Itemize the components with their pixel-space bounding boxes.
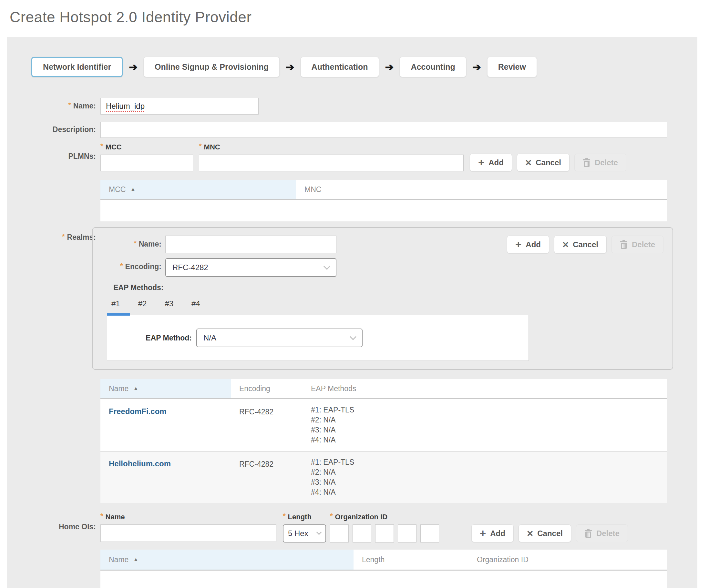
realms-label: *Realms: (31, 227, 96, 503)
mnc-input[interactable] (199, 155, 464, 171)
realms-table: Name ▲ Encoding EAP Methods FreedomFi.co… (100, 379, 667, 503)
realm-link[interactable]: Hellohelium.com (109, 459, 171, 468)
name-input[interactable]: Helium_idp (100, 98, 259, 114)
plus-icon: + (478, 157, 484, 168)
plmn-cancel-button[interactable]: ×Cancel (517, 154, 570, 171)
realm-cancel-button[interactable]: ×Cancel (554, 236, 607, 253)
org-id-box-4[interactable] (398, 525, 417, 542)
home-ois-table-header-org[interactable]: Organization ID (469, 550, 667, 570)
x-icon: × (562, 239, 569, 250)
x-icon: × (527, 528, 533, 539)
realm-eap-cell: #1: EAP-TLS #2: N/A #3: N/A #4: N/A (303, 405, 667, 445)
organization-id-inputs (330, 525, 439, 542)
name-label: *Name: (31, 98, 96, 114)
sort-asc-icon: ▲ (133, 556, 138, 563)
eap-tab-1[interactable]: #1 (111, 299, 120, 310)
wizard-arrow-icon: ➔ (472, 62, 481, 72)
eap-tab-3[interactable]: #3 (165, 299, 174, 310)
eap-method-tab-panel: EAP Method: N/A (107, 315, 529, 361)
plmn-table: MCC ▲ MNC (100, 180, 667, 221)
home-ois-label: Home OIs: (31, 513, 96, 588)
table-row: FreedomFi.com RFC-4282 #1: EAP-TLS #2: N… (100, 399, 667, 451)
table-row: Hellohelium.com RFC-4282 #1: EAP-TLS #2:… (100, 451, 667, 503)
home-ois-table-header-name[interactable]: Name ▲ (100, 550, 353, 570)
description-input[interactable] (100, 122, 667, 138)
eap-method-select[interactable]: N/A (196, 328, 363, 347)
required-marker: * (68, 101, 71, 109)
home-ois-table-header-length[interactable]: Length (353, 550, 469, 570)
home-ois-table-body-empty (100, 570, 667, 588)
name-input-value: Helium_idp (106, 102, 145, 111)
plus-icon: + (480, 528, 486, 539)
description-label: Description: (31, 122, 96, 138)
name-row: *Name: Helium_idp (31, 98, 674, 114)
required-marker: * (134, 239, 137, 247)
required-marker: * (199, 142, 202, 150)
plmn-table-header-mcc[interactable]: MCC ▲ (100, 180, 296, 199)
x-icon: × (525, 157, 531, 168)
realms-table-header-eap[interactable]: EAP Methods (303, 379, 667, 398)
plmns-label: PLMNs: (31, 143, 96, 221)
wizard-arrow-icon: ➔ (385, 62, 394, 72)
home-oi-add-button[interactable]: +Add (471, 525, 514, 542)
length-select[interactable]: 5 Hex (283, 525, 326, 542)
realm-delete-button[interactable]: Delete (611, 236, 663, 253)
plus-icon: + (515, 239, 521, 250)
wizard-arrow-icon: ➔ (286, 62, 294, 72)
org-id-box-2[interactable] (352, 525, 371, 542)
plmn-add-button[interactable]: +Add (470, 154, 512, 171)
home-oi-delete-button[interactable]: Delete (576, 525, 628, 542)
plmns-row: PLMNs: *MCC *MNC +Add (31, 143, 674, 221)
org-id-box-3[interactable] (375, 525, 394, 542)
org-id-box-5[interactable] (420, 525, 439, 542)
wizard-step-network-identifier[interactable]: Network Identifier (31, 57, 123, 77)
required-marker: * (120, 262, 123, 270)
realm-encoding-cell: RFC-4282 (231, 457, 303, 497)
wizard-step-review[interactable]: Review (487, 57, 537, 77)
required-marker: * (283, 512, 286, 520)
wizard-steps: Network Identifier ➔ Online Signup & Pro… (31, 57, 674, 77)
plmn-table-header-mnc[interactable]: MNC (296, 180, 667, 199)
realms-row: *Realms: +Add ×Cancel (31, 227, 674, 503)
home-ois-row: Home OIs: *Name *Length 5 Hex (31, 513, 674, 588)
eap-methods-label: EAP Methods: (113, 283, 663, 292)
sort-asc-icon: ▲ (130, 186, 136, 193)
eap-method-label: EAP Method: (107, 334, 192, 342)
wizard-arrow-icon: ➔ (129, 62, 137, 72)
realm-eap-cell: #1: EAP-TLS #2: N/A #3: N/A #4: N/A (303, 457, 667, 497)
wizard-step-online-signup[interactable]: Online Signup & Provisioning (144, 57, 280, 77)
page-title: Create Hotspot 2.0 Identity Provider (10, 8, 709, 26)
realm-encoding-row: *Encoding: RFC-4282 (99, 258, 663, 277)
sort-asc-icon: ▲ (133, 385, 138, 392)
org-id-box-1[interactable] (330, 525, 349, 542)
realm-encoding-cell: RFC-4282 (231, 405, 303, 445)
realm-add-button[interactable]: +Add (507, 236, 549, 253)
mcc-input[interactable] (100, 155, 193, 171)
plmn-delete-button[interactable]: Delete (574, 154, 626, 171)
home-oi-name-input[interactable] (100, 525, 277, 542)
mnc-label: *MNC (199, 143, 464, 151)
encoding-select[interactable]: RFC-4282 (165, 258, 336, 277)
required-marker: * (100, 142, 103, 150)
organization-id-label: *Organization ID (330, 513, 439, 521)
realms-table-header-name[interactable]: Name ▲ (100, 379, 231, 398)
eap-tab-4[interactable]: #4 (191, 299, 200, 310)
length-label: *Length (283, 513, 326, 521)
trash-icon (584, 529, 592, 538)
chevron-down-icon (316, 530, 322, 535)
trash-icon (583, 158, 590, 167)
home-ois-table: Name ▲ Length Organization ID (100, 550, 667, 588)
wizard-step-authentication[interactable]: Authentication (300, 57, 379, 77)
encoding-label: *Encoding: (99, 258, 161, 277)
description-row: Description: (31, 122, 674, 138)
chevron-down-icon (350, 333, 357, 340)
chevron-down-icon (323, 263, 330, 269)
realm-name-input[interactable] (165, 236, 336, 253)
realms-table-header-encoding[interactable]: Encoding (231, 379, 303, 398)
trash-icon (620, 240, 628, 249)
realms-editor: +Add ×Cancel Del (92, 227, 673, 370)
home-oi-cancel-button[interactable]: ×Cancel (519, 525, 571, 542)
eap-tab-2[interactable]: #2 (138, 299, 147, 310)
wizard-step-accounting[interactable]: Accounting (400, 57, 466, 77)
realm-link[interactable]: FreedomFi.com (109, 407, 166, 416)
